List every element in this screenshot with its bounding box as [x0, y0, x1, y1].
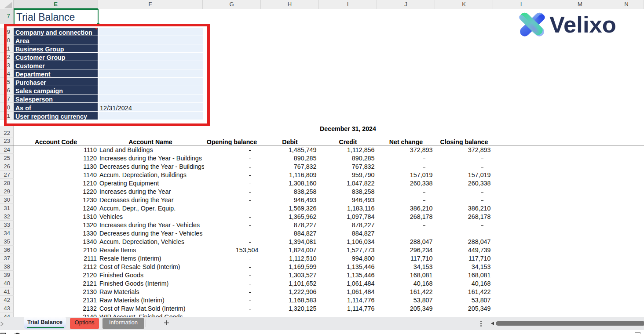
svg-text:Velixo: Velixo: [549, 11, 616, 37]
